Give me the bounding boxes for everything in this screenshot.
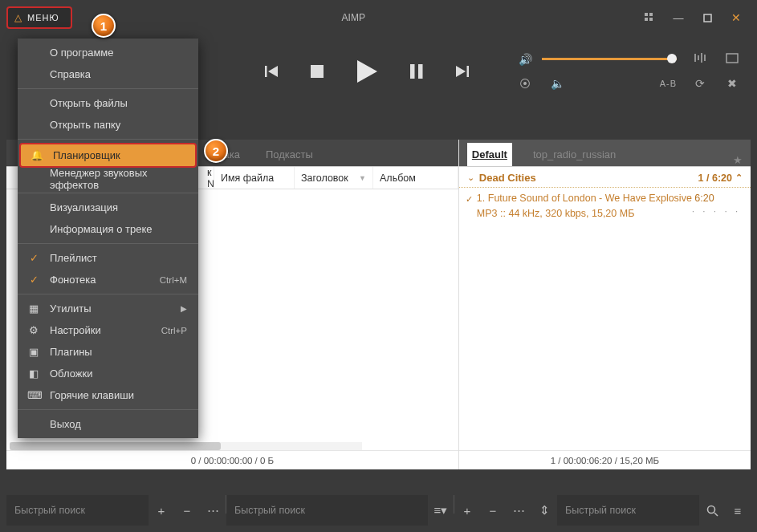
track-more-icon[interactable]: · · · · · [692,205,741,217]
menu-open-folder[interactable]: Открыть папку [18,114,198,136]
check-icon: ✓ [27,274,40,286]
pl-sort-button[interactable]: ⇕ [531,495,557,526]
svg-line-15 [714,513,718,516]
menu-help[interactable]: Справка [18,63,198,85]
window-title: AIMP [72,12,635,23]
svg-rect-1 [649,13,653,16]
svg-rect-7 [311,65,324,78]
skins-icon: ◧ [27,368,40,380]
check-icon: ✓ [27,252,40,264]
menu-hotkeys[interactable]: ⌨Горячие клавиши [18,384,198,406]
menu-visualization[interactable]: Визуализация [18,197,198,218]
shuffle-icon[interactable]: ✖ [723,77,741,90]
volume-icon[interactable]: 🔊 [516,53,534,66]
track-meta: MP3 :: 44 kHz, 320 kbps, 15,20 МБ [477,208,635,219]
maximize-button[interactable] [693,6,722,29]
left-add-button[interactable]: + [149,495,174,526]
pl-remove-button[interactable]: − [480,495,506,526]
group-title: Dead Cities [479,172,536,184]
plugins-icon: ▣ [27,346,40,358]
pl-more-button[interactable]: ⋯ [506,495,531,526]
track-title: 1. Future Sound of London - We Have Expl… [477,193,692,204]
tools-icon: ▦ [27,303,40,315]
broadcast-icon[interactable]: ⦿ [516,77,534,90]
app-logo-icon: △ [14,12,22,23]
annotation-2: 2 [204,139,228,163]
svg-rect-12 [467,66,470,77]
svg-rect-2 [645,18,648,21]
track-check-icon[interactable]: ✓ [466,193,473,206]
keyboard-icon: ⌨ [27,389,40,401]
bell-icon: 🔔 [31,149,43,161]
pl-add-button[interactable]: + [454,495,480,526]
group-up-icon[interactable]: ⌃ [735,173,743,183]
volume-down-icon[interactable]: 🔈 [548,77,566,90]
right-search-input[interactable] [557,495,699,526]
menu-track-info[interactable]: Информация о треке [18,218,198,240]
compact-mode-button[interactable] [635,6,664,29]
track-row[interactable]: ✓ 1. Future Sound of London - We Have Ex… [459,188,751,225]
tab-podcasts[interactable]: Подкасты [261,143,318,166]
svg-rect-9 [410,64,415,79]
tab-top-radio[interactable]: top_radio_russian [528,143,621,166]
favorite-tab-icon[interactable]: ★ [733,154,743,166]
menu-exit[interactable]: Выход [18,413,198,435]
left-h-scrollbar[interactable] [10,442,362,450]
right-status: 1 / 00:00:06:20 / 15,20 МБ [459,450,751,469]
svg-marker-6 [268,66,278,77]
menu-skins[interactable]: ◧Обложки [18,363,198,384]
svg-rect-4 [704,14,711,22]
menu-about[interactable]: О программе [18,42,198,63]
col-album[interactable]: Альбом [380,173,416,184]
prev-button[interactable] [263,63,279,79]
mid-list-button[interactable]: ≡▾ [428,495,454,526]
menu-plugins[interactable]: ▣Плагины [18,341,198,363]
repeat-icon[interactable]: ⟳ [691,77,709,90]
svg-point-14 [707,506,714,513]
menu-playlist[interactable]: ✓Плейлист [18,247,198,269]
minimize-button[interactable]: — [664,6,693,29]
menu-open-files[interactable]: Открыть файлы [18,92,198,114]
main-menu-dropdown: О программе Справка Открыть файлы Открыт… [18,39,198,438]
svg-rect-3 [649,18,653,21]
menu-scheduler[interactable]: 🔔Планировщик [19,143,197,168]
left-search-input[interactable] [6,495,149,526]
mid-search-input[interactable] [226,495,428,526]
left-remove-button[interactable]: − [174,495,200,526]
group-pos: 1 / 6:20 [698,173,732,184]
left-more-button[interactable]: ⋯ [200,495,226,526]
group-collapse-icon[interactable]: ⌄ [467,173,474,183]
track-duration: 6:20 [694,193,714,204]
menu-library[interactable]: ✓ФонотекаCtrl+M [18,269,198,290]
col-filename[interactable]: Имя файла [221,173,274,184]
menu-utilities[interactable]: ▦Утилиты▶ [18,298,198,319]
menu-button[interactable]: △ МЕНЮ [6,6,72,29]
svg-marker-8 [357,60,377,83]
search-icon[interactable] [699,495,725,526]
next-button[interactable] [454,63,470,79]
menu-fx-manager[interactable]: Менеджер звуковых эффектов [18,168,198,189]
visual-icon[interactable] [723,53,741,66]
pause-button[interactable] [409,63,424,79]
stop-button[interactable] [310,64,324,79]
annotation-1: 1 [92,14,116,38]
menu-settings[interactable]: ⚙НастройкиCtrl+P [18,319,198,341]
equalizer-icon[interactable] [691,52,709,66]
gear-icon: ⚙ [27,324,40,336]
svg-marker-11 [456,66,466,77]
left-status: 0 / 00:00:00:00 / 0 Б [6,450,458,469]
svg-rect-10 [418,64,423,79]
col-number[interactable]: к № [207,167,214,189]
close-button[interactable]: ✕ [722,6,751,29]
volume-slider[interactable] [542,58,677,60]
tab-default[interactable]: Default [467,143,512,166]
right-menu-button[interactable]: ≡ [725,495,751,526]
svg-rect-13 [726,54,738,63]
col-title[interactable]: Заголовок [301,173,348,184]
svg-rect-5 [265,66,267,77]
ab-repeat-button[interactable]: A-B [660,79,677,88]
svg-rect-0 [645,13,648,16]
menu-button-label: МЕНЮ [27,13,59,22]
play-button[interactable] [355,59,379,84]
